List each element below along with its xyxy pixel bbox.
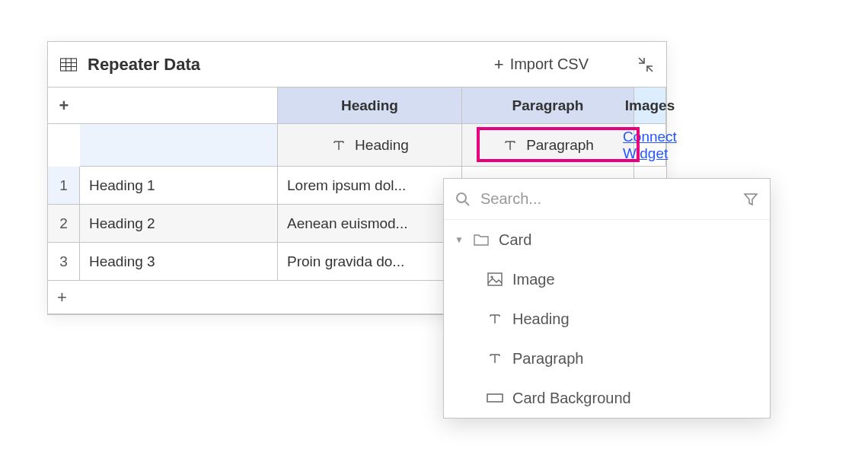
connect-widget-link[interactable]: Connect Widget xyxy=(623,129,677,162)
cell-heading[interactable]: Heading 3 xyxy=(80,243,278,281)
connect-widget-dropdown: ▼ Card Image Heading Paragraph Card Back… xyxy=(443,178,771,419)
plus-icon: + xyxy=(494,55,504,75)
svg-line-8 xyxy=(465,202,469,205)
dropdown-item-label: Image xyxy=(512,271,555,288)
dropdown-group-label: Card xyxy=(499,231,531,249)
plus-icon: + xyxy=(57,288,67,307)
column-header-paragraph[interactable]: Paragraph xyxy=(462,88,634,124)
search-icon xyxy=(455,191,471,208)
subhead-corner-cell xyxy=(80,124,278,167)
dropdown-item-image[interactable]: Image xyxy=(444,259,770,299)
text-type-icon xyxy=(502,137,519,154)
text-type-icon xyxy=(330,137,347,154)
header-corner-cell xyxy=(80,88,278,124)
text-type-icon xyxy=(487,310,503,327)
row-number[interactable]: 1 xyxy=(48,167,80,205)
dropdown-item-label: Heading xyxy=(512,310,570,328)
column-type-label: Paragraph xyxy=(526,137,594,154)
column-type-heading[interactable]: Heading xyxy=(278,124,462,167)
svg-rect-11 xyxy=(487,394,503,402)
dropdown-group-card[interactable]: ▼ Card xyxy=(444,220,770,259)
panel-title: Repeater Data xyxy=(88,55,200,75)
column-type-images[interactable]: Connect Widget xyxy=(634,124,666,167)
dropdown-search-input[interactable] xyxy=(480,190,733,208)
svg-rect-9 xyxy=(488,273,502,285)
import-csv-label: Import CSV xyxy=(510,56,589,73)
dropdown-item-paragraph[interactable]: Paragraph xyxy=(444,339,770,378)
svg-point-10 xyxy=(490,275,493,278)
import-csv-button[interactable]: + Import CSV xyxy=(494,55,589,75)
dropdown-item-label: Paragraph xyxy=(512,350,583,368)
cell-heading[interactable]: Heading 1 xyxy=(80,167,278,205)
column-header-heading[interactable]: Heading xyxy=(278,88,462,124)
panel-header: Repeater Data + Import CSV xyxy=(48,42,666,88)
row-number[interactable]: 2 xyxy=(48,205,80,243)
cell-paragraph[interactable]: Proin gravida do... xyxy=(278,243,462,281)
dropdown-item-label: Card Background xyxy=(512,390,631,407)
column-type-label: Heading xyxy=(355,137,409,154)
dropdown-search-row xyxy=(444,179,770,220)
collapse-icon[interactable] xyxy=(637,56,654,73)
dropdown-item-card-background[interactable]: Card Background xyxy=(444,378,770,418)
table-icon xyxy=(60,56,77,73)
svg-rect-0 xyxy=(60,58,76,70)
rectangle-icon xyxy=(487,390,503,406)
add-column-button[interactable]: + xyxy=(48,88,80,124)
column-header-images[interactable]: Images xyxy=(634,88,666,124)
image-icon xyxy=(487,271,503,288)
cell-paragraph[interactable]: Lorem ipsum dol... xyxy=(278,167,462,205)
plus-icon: + xyxy=(59,96,69,116)
svg-point-7 xyxy=(457,193,466,202)
svg-line-5 xyxy=(639,58,644,63)
row-number[interactable]: 3 xyxy=(48,243,80,281)
cell-paragraph[interactable]: Aenean euismod... xyxy=(278,205,462,243)
dropdown-item-heading[interactable]: Heading xyxy=(444,299,770,339)
svg-line-6 xyxy=(647,66,653,72)
cell-heading[interactable]: Heading 2 xyxy=(80,205,278,243)
folder-icon xyxy=(473,231,490,248)
text-type-icon xyxy=(487,350,503,367)
column-type-paragraph[interactable]: Paragraph xyxy=(462,124,634,167)
chevron-down-icon: ▼ xyxy=(455,234,464,245)
filter-icon[interactable] xyxy=(742,191,759,208)
